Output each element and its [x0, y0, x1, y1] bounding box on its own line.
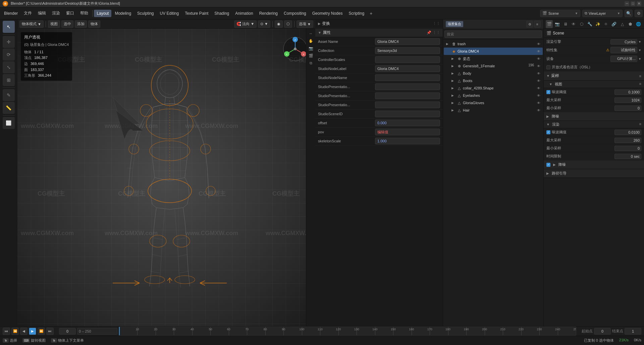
tl-back-start[interactable]: ⏮ — [3, 328, 10, 335]
outliner-item-7[interactable]: ▶△Eyelashes👁 — [444, 92, 543, 99]
render-subsection-header[interactable]: ▼ 渲染 ≡ — [544, 121, 644, 128]
render-tab-modifier[interactable]: 🔧 — [586, 20, 593, 28]
min-samples-value[interactable]: 0 — [614, 106, 641, 111]
viewport-icon-5[interactable]: ⧉ — [308, 60, 314, 66]
workspace-tab-rendering[interactable]: Rendering — [257, 10, 280, 17]
maximize-button[interactable]: □ — [631, 1, 635, 6]
tool-measure[interactable]: 📏 — [3, 102, 15, 114]
time-limit-value[interactable]: 0 sec — [614, 154, 641, 159]
viewport-snap-btn[interactable]: 🧲 法向 ▼ — [234, 20, 257, 28]
viewport-mode-selector[interactable]: 物体模式 ▼ — [19, 20, 44, 28]
workspace-tab-geometry-nodes[interactable]: Geometry Nodes — [310, 10, 345, 17]
outliner-item-4[interactable]: ▶△Body👁 — [444, 70, 543, 77]
render-tab-world[interactable]: 🌐 — [635, 20, 642, 28]
menu-help[interactable]: 帮助 — [77, 9, 91, 17]
viewport-icon-1[interactable]: ↔ — [308, 30, 314, 37]
tool-select[interactable]: ↖ — [3, 21, 15, 33]
outliner-eye-btn-9[interactable]: 👁 — [536, 108, 541, 113]
outliner-eye-btn-6[interactable]: 👁 — [536, 85, 541, 91]
render-max-samples-value[interactable]: 260 — [614, 138, 641, 143]
workspace-tab-shading[interactable]: Shading — [212, 10, 232, 17]
viewport-icon-3[interactable]: 📷 — [308, 45, 314, 52]
tl-reverse-play[interactable]: ◀ — [20, 328, 28, 335]
max-samples-value[interactable]: 1024 — [614, 97, 641, 103]
workspace-tab-layout[interactable]: Layout — [94, 10, 111, 17]
tool-annotate[interactable]: ✎ — [3, 89, 15, 101]
menu-file[interactable]: 文件 — [21, 9, 35, 17]
menu-edit[interactable]: 编辑 — [35, 9, 49, 17]
render-tab-physics[interactable]: ⚛ — [602, 20, 609, 28]
tl-end-input[interactable] — [625, 328, 641, 335]
transform-section-header[interactable]: ▶ 变换 ⋮⋮ — [315, 19, 443, 28]
tl-forward-end[interactable]: ⏭ — [46, 328, 54, 335]
render-tab-view[interactable]: 👁 — [570, 20, 577, 28]
timeline-ruler[interactable]: 0102030405060708090100110120130140150160… — [119, 327, 576, 336]
render-tab-scene[interactable]: 📷 — [554, 20, 561, 28]
render-tab-constraints[interactable]: 🔗 — [610, 20, 618, 28]
prop-value-0[interactable]: Gloria DMC4 — [375, 38, 440, 45]
tool-transform[interactable]: ⊞ — [3, 74, 15, 86]
noise-threshold-checkbox[interactable]: ✓ — [546, 90, 550, 94]
render-noise-value[interactable]: 0.0100 — [614, 130, 641, 135]
transform-dots[interactable]: ⋮⋮ — [433, 21, 440, 26]
menu-window[interactable]: 窗口 — [63, 9, 77, 17]
attribute-pin-icon[interactable]: 📌 — [427, 30, 431, 35]
outliner-item-1[interactable]: ◈Gloria DMC4👁 — [444, 48, 543, 55]
workspace-tab-scripting[interactable]: Scripting — [346, 10, 367, 17]
minimize-button[interactable]: ─ — [625, 1, 629, 6]
render-tab-object-data[interactable]: △ — [619, 20, 626, 28]
workspace-tab-texture-paint[interactable]: Texture Paint — [182, 10, 211, 17]
outliner-item-3[interactable]: ▶⊕Genesis8_1Female196👁 — [444, 62, 543, 70]
workspace-tab-animation[interactable]: Animation — [232, 10, 256, 17]
render-features-value[interactable]: 试验特性 — [610, 47, 637, 53]
denoise-section-header[interactable]: ▶ 降噪 — [544, 112, 644, 121]
outliner-filter-btn[interactable]: ⚙ — [526, 21, 533, 27]
menu-render[interactable]: 渲染 — [49, 9, 63, 17]
outliner-tab-scene[interactable]: 场景集合 — [446, 21, 463, 27]
outliner-search-input[interactable] — [444, 30, 542, 38]
prop-value-10[interactable]: 编辑值 — [375, 129, 440, 135]
current-frame-input[interactable] — [59, 328, 76, 335]
tool-scale[interactable]: ⤡ — [3, 61, 15, 73]
tl-frame-range[interactable]: 0 – 250 — [77, 328, 117, 335]
tool-move[interactable]: ✛ — [3, 36, 15, 48]
tl-next-frame[interactable]: ⏩ — [38, 328, 45, 335]
viewport-icon-2[interactable]: ✋ — [308, 38, 314, 44]
workspace-tab-modeling[interactable]: Modeling — [112, 10, 134, 17]
outliner-eye-btn-7[interactable]: 👁 — [536, 93, 541, 98]
prop-value-3[interactable]: Gloria DMC4 — [375, 65, 440, 72]
tl-prev-frame[interactable]: ⏪ — [11, 328, 19, 335]
render-tab-camera[interactable]: 🎬 — [546, 20, 553, 28]
sampling-section-header[interactable]: ▼ 采样 ≡ — [544, 71, 644, 81]
viewport-object-menu[interactable]: 物体 — [88, 20, 100, 28]
filter-button[interactable]: ⚙ — [635, 10, 643, 17]
workspace-tab-uv-editing[interactable]: UV Editing — [157, 10, 181, 17]
outliner-item-2[interactable]: ▶⊕姿态👁 — [444, 55, 543, 62]
outliner-eye-btn-3[interactable]: 👁 — [536, 63, 541, 69]
denoise2-section-header[interactable]: ✓ ▶ 降噪 — [544, 160, 644, 169]
viewport-overlays-btn[interactable]: 选项 ▼ — [297, 20, 313, 28]
outliner-item-9[interactable]: ▶△Hair👁 — [444, 107, 543, 114]
prop-value-1[interactable]: Sensoryx3d — [375, 47, 440, 54]
render-subsection-menu[interactable]: ≡ — [639, 122, 641, 126]
render-tab-material[interactable]: ⬟ — [627, 20, 634, 28]
outliner-view-btn[interactable]: ≡ — [534, 21, 541, 27]
workspace-tab-sculpting[interactable]: Sculpting — [135, 10, 156, 17]
tool-rotate[interactable]: ⟳ — [3, 49, 15, 61]
outliner-eye-btn-8[interactable]: 👁 — [536, 100, 541, 106]
tl-play-button[interactable]: ▶ — [29, 328, 36, 335]
prop-value-9[interactable]: 0.000 — [375, 120, 440, 126]
attribute-section-header[interactable]: ▼ 属性 📌 ⋮⋮ — [315, 28, 443, 37]
render-engine-value[interactable]: Cycles — [610, 39, 637, 45]
scene-selector[interactable]: 🎬 Scene ▼ — [540, 10, 580, 17]
outliner-item-5[interactable]: ▶△Boots👁 — [444, 77, 543, 84]
viewport-display-type[interactable]: ◉ — [275, 20, 283, 28]
outliner-eye-btn-2[interactable]: 👁 — [536, 56, 541, 61]
viewport-subsection-header[interactable]: ▼ 视图 ≡ — [544, 81, 644, 88]
outliner-item-0[interactable]: ▶🗑trash👁 — [444, 40, 543, 48]
viewport-subsection-menu[interactable]: ≡ — [639, 82, 641, 86]
tool-add-cube[interactable]: ⬜ — [3, 117, 15, 129]
workspace-tab-compositing[interactable]: Compositing — [281, 10, 309, 17]
outliner-eye-btn-5[interactable]: 👁 — [536, 78, 541, 83]
outliner-item-6[interactable]: ▶△collar_4289.Shape👁 — [444, 84, 543, 92]
